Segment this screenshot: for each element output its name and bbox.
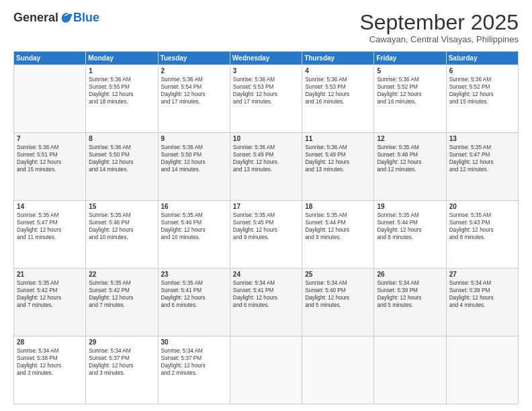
- calendar-cell: 17Sunrise: 5:35 AM Sunset: 5:45 PM Dayli…: [230, 201, 302, 269]
- day-info: Sunrise: 5:36 AM Sunset: 5:51 PM Dayligh…: [17, 144, 83, 173]
- day-info: Sunrise: 5:34 AM Sunset: 5:40 PM Dayligh…: [305, 279, 371, 309]
- day-info: Sunrise: 5:35 AM Sunset: 5:42 PM Dayligh…: [89, 279, 154, 309]
- day-info: Sunrise: 5:35 AM Sunset: 5:45 PM Dayligh…: [233, 212, 299, 241]
- day-number: 25: [305, 271, 371, 278]
- day-info: Sunrise: 5:35 AM Sunset: 5:46 PM Dayligh…: [161, 212, 227, 241]
- day-number: 3: [233, 67, 299, 75]
- day-info: Sunrise: 5:36 AM Sunset: 5:52 PM Dayligh…: [377, 76, 443, 105]
- calendar-cell: 4Sunrise: 5:36 AM Sunset: 5:53 PM Daylig…: [302, 65, 374, 133]
- calendar-cell: 15Sunrise: 5:35 AM Sunset: 5:46 PM Dayli…: [86, 201, 158, 269]
- calendar-cell: [302, 336, 374, 404]
- day-info: Sunrise: 5:34 AM Sunset: 5:37 PM Dayligh…: [161, 347, 227, 377]
- calendar-cell: 3Sunrise: 5:36 AM Sunset: 5:53 PM Daylig…: [230, 65, 302, 133]
- calendar-cell: 18Sunrise: 5:35 AM Sunset: 5:44 PM Dayli…: [302, 201, 374, 269]
- day-info: Sunrise: 5:34 AM Sunset: 5:39 PM Dayligh…: [377, 279, 443, 309]
- calendar-cell: 21Sunrise: 5:35 AM Sunset: 5:42 PM Dayli…: [14, 269, 86, 336]
- logo-general: General: [13, 11, 58, 25]
- day-number: 27: [449, 271, 515, 278]
- calendar-cell: [374, 336, 446, 404]
- day-info: Sunrise: 5:36 AM Sunset: 5:54 PM Dayligh…: [161, 76, 227, 105]
- day-info: Sunrise: 5:36 AM Sunset: 5:50 PM Dayligh…: [161, 144, 227, 173]
- day-info: Sunrise: 5:36 AM Sunset: 5:55 PM Dayligh…: [89, 76, 154, 105]
- day-number: 21: [17, 271, 83, 278]
- logo: General Blue: [13, 11, 99, 25]
- calendar-cell: 9Sunrise: 5:36 AM Sunset: 5:50 PM Daylig…: [158, 133, 230, 201]
- day-info: Sunrise: 5:36 AM Sunset: 5:52 PM Dayligh…: [449, 76, 515, 105]
- calendar-cell: 12Sunrise: 5:35 AM Sunset: 5:48 PM Dayli…: [374, 133, 446, 201]
- day-number: 16: [161, 203, 227, 210]
- calendar-cell: 5Sunrise: 5:36 AM Sunset: 5:52 PM Daylig…: [374, 65, 446, 133]
- calendar-cell: 23Sunrise: 5:35 AM Sunset: 5:41 PM Dayli…: [158, 269, 230, 336]
- calendar-table: SundayMondayTuesdayWednesdayThursdayFrid…: [13, 51, 519, 404]
- day-info: Sunrise: 5:35 AM Sunset: 5:47 PM Dayligh…: [17, 212, 83, 241]
- week-row-2: 7Sunrise: 5:36 AM Sunset: 5:51 PM Daylig…: [14, 133, 519, 201]
- day-number: 13: [449, 135, 515, 142]
- calendar-cell: 29Sunrise: 5:34 AM Sunset: 5:37 PM Dayli…: [86, 336, 158, 404]
- week-row-3: 14Sunrise: 5:35 AM Sunset: 5:47 PM Dayli…: [14, 201, 519, 269]
- logo-blue: Blue: [73, 11, 99, 25]
- day-number: 18: [305, 203, 371, 210]
- day-info: Sunrise: 5:36 AM Sunset: 5:50 PM Dayligh…: [89, 144, 154, 173]
- col-header-saturday: Saturday: [446, 52, 518, 65]
- day-info: Sunrise: 5:34 AM Sunset: 5:41 PM Dayligh…: [233, 279, 299, 309]
- day-number: 20: [449, 203, 515, 210]
- day-info: Sunrise: 5:35 AM Sunset: 5:41 PM Dayligh…: [161, 279, 227, 309]
- day-number: 7: [17, 135, 83, 142]
- title-block: September 2025 Cawayan, Central Visayas,…: [359, 11, 519, 44]
- day-number: 6: [449, 67, 515, 75]
- day-number: 9: [161, 135, 227, 142]
- calendar-cell: 25Sunrise: 5:34 AM Sunset: 5:40 PM Dayli…: [302, 269, 374, 336]
- calendar-cell: 20Sunrise: 5:35 AM Sunset: 5:43 PM Dayli…: [446, 201, 518, 269]
- week-row-5: 28Sunrise: 5:34 AM Sunset: 5:38 PM Dayli…: [14, 336, 519, 404]
- day-number: 10: [233, 135, 299, 142]
- col-header-wednesday: Wednesday: [230, 52, 302, 65]
- page: General Blue September 2025 Cawayan, Cen…: [0, 0, 532, 411]
- calendar-cell: 10Sunrise: 5:36 AM Sunset: 5:49 PM Dayli…: [230, 133, 302, 201]
- day-info: Sunrise: 5:36 AM Sunset: 5:53 PM Dayligh…: [305, 76, 371, 105]
- day-number: 1: [89, 67, 154, 75]
- day-number: 12: [377, 135, 443, 142]
- day-number: 8: [89, 135, 154, 142]
- day-info: Sunrise: 5:35 AM Sunset: 5:47 PM Dayligh…: [449, 144, 515, 173]
- day-number: 29: [89, 338, 154, 346]
- day-number: 26: [377, 271, 443, 278]
- calendar-cell: 24Sunrise: 5:34 AM Sunset: 5:41 PM Dayli…: [230, 269, 302, 336]
- month-title: September 2025: [359, 11, 519, 34]
- calendar-cell: 6Sunrise: 5:36 AM Sunset: 5:52 PM Daylig…: [446, 65, 518, 133]
- day-info: Sunrise: 5:35 AM Sunset: 5:46 PM Dayligh…: [89, 212, 154, 241]
- day-number: 14: [17, 203, 83, 210]
- day-info: Sunrise: 5:36 AM Sunset: 5:53 PM Dayligh…: [233, 76, 299, 105]
- day-info: Sunrise: 5:35 AM Sunset: 5:44 PM Dayligh…: [377, 212, 443, 241]
- day-info: Sunrise: 5:34 AM Sunset: 5:38 PM Dayligh…: [17, 347, 83, 377]
- calendar-cell: 30Sunrise: 5:34 AM Sunset: 5:37 PM Dayli…: [158, 336, 230, 404]
- calendar-cell: 16Sunrise: 5:35 AM Sunset: 5:46 PM Dayli…: [158, 201, 230, 269]
- header: General Blue September 2025 Cawayan, Cen…: [13, 11, 519, 44]
- week-row-1: 1Sunrise: 5:36 AM Sunset: 5:55 PM Daylig…: [14, 65, 519, 133]
- calendar-cell: 26Sunrise: 5:34 AM Sunset: 5:39 PM Dayli…: [374, 269, 446, 336]
- day-info: Sunrise: 5:35 AM Sunset: 5:43 PM Dayligh…: [449, 212, 515, 241]
- day-number: 15: [89, 203, 154, 210]
- calendar-cell: [446, 336, 518, 404]
- day-number: 28: [17, 338, 83, 346]
- calendar-cell: 22Sunrise: 5:35 AM Sunset: 5:42 PM Dayli…: [86, 269, 158, 336]
- col-header-monday: Monday: [86, 52, 158, 65]
- calendar-cell: 14Sunrise: 5:35 AM Sunset: 5:47 PM Dayli…: [14, 201, 86, 269]
- col-header-thursday: Thursday: [302, 52, 374, 65]
- day-number: 17: [233, 203, 299, 210]
- calendar-cell: 28Sunrise: 5:34 AM Sunset: 5:38 PM Dayli…: [14, 336, 86, 404]
- calendar-cell: 8Sunrise: 5:36 AM Sunset: 5:50 PM Daylig…: [86, 133, 158, 201]
- day-info: Sunrise: 5:36 AM Sunset: 5:49 PM Dayligh…: [233, 144, 299, 173]
- calendar-cell: 7Sunrise: 5:36 AM Sunset: 5:51 PM Daylig…: [14, 133, 86, 201]
- location: Cawayan, Central Visayas, Philippines: [359, 34, 519, 44]
- day-info: Sunrise: 5:35 AM Sunset: 5:44 PM Dayligh…: [305, 212, 371, 241]
- day-info: Sunrise: 5:34 AM Sunset: 5:39 PM Dayligh…: [449, 279, 515, 309]
- col-header-sunday: Sunday: [14, 52, 86, 65]
- day-info: Sunrise: 5:34 AM Sunset: 5:37 PM Dayligh…: [89, 347, 154, 377]
- day-number: 4: [305, 67, 371, 75]
- day-info: Sunrise: 5:35 AM Sunset: 5:42 PM Dayligh…: [17, 279, 83, 309]
- calendar-cell: 27Sunrise: 5:34 AM Sunset: 5:39 PM Dayli…: [446, 269, 518, 336]
- col-header-friday: Friday: [374, 52, 446, 65]
- logo-bird-icon: [60, 12, 73, 24]
- calendar-cell: 11Sunrise: 5:36 AM Sunset: 5:49 PM Dayli…: [302, 133, 374, 201]
- week-row-4: 21Sunrise: 5:35 AM Sunset: 5:42 PM Dayli…: [14, 269, 519, 336]
